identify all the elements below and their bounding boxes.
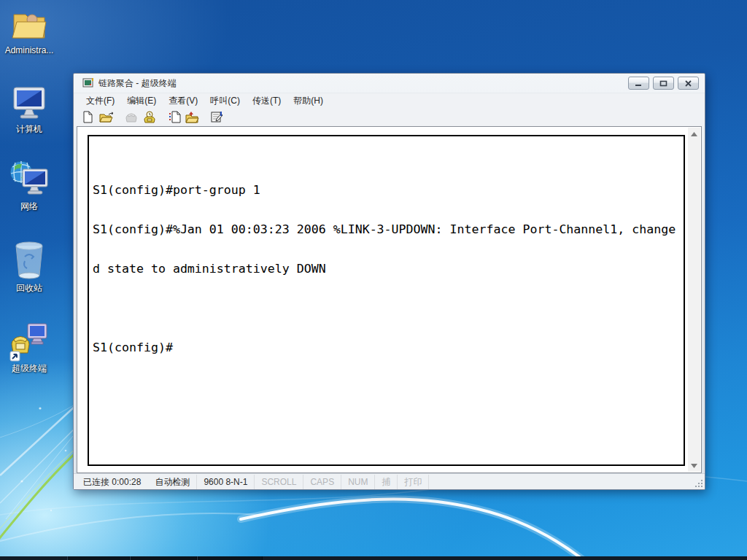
terminal-line: d state to administratively DOWN (93, 262, 681, 276)
desktop-icon-label: 回收站 (2, 283, 56, 293)
properties-icon (210, 111, 223, 123)
terminal-line (93, 302, 681, 315)
scroll-down-icon (691, 464, 697, 468)
minimize-icon (635, 80, 643, 87)
scroll-up-button[interactable] (688, 128, 700, 140)
menu-file[interactable]: 文件(F) (81, 93, 120, 109)
status-connected: 已连接 0:00:28 (77, 475, 148, 489)
terminal-output: S1(config)#port-group 1 S1(config)#%Jan … (89, 136, 684, 384)
menu-help[interactable]: 帮助(H) (288, 93, 328, 109)
menu-transfer[interactable]: 传送(T) (247, 93, 286, 109)
terminal-line: S1(config)#%Jan 01 00:03:23 2006 %LINK-3… (93, 223, 681, 236)
send-file-icon (169, 111, 181, 123)
desktop-icon-label: 超级终端 (2, 363, 56, 373)
open-connection-button[interactable] (98, 111, 115, 124)
status-print: 打印 (398, 475, 429, 489)
properties-button[interactable] (209, 110, 224, 124)
hyperterminal-window-icon[interactable] (82, 78, 94, 89)
close-icon (684, 80, 692, 87)
desktop-icon-label: 网络 (2, 201, 56, 211)
status-capture: 捕 (375, 475, 398, 489)
desktop-icon-computer[interactable]: 计算机 (2, 82, 56, 134)
network-icon (8, 158, 50, 200)
minimize-button[interactable] (628, 77, 649, 90)
resize-grip[interactable] (694, 478, 703, 488)
desktop: Administra... 计算机 网络 (0, 0, 747, 560)
window-title: 链路聚合 - 超级终端 (98, 77, 628, 90)
desktop-icon-recycle-bin[interactable]: 回收站 (2, 239, 56, 293)
maximize-button[interactable] (653, 77, 674, 90)
terminal-client-area: S1(config)#port-group 1 S1(config)#%Jan … (77, 126, 702, 473)
disconnect-icon (143, 111, 156, 123)
status-bar: 已连接 0:00:28 自动检测 9600 8-N-1 SCROLL CAPS … (74, 473, 705, 489)
open-folder-icon (99, 112, 114, 123)
status-caps: CAPS (303, 475, 341, 489)
terminal-screen[interactable]: S1(config)#port-group 1 S1(config)#%Jan … (88, 135, 685, 466)
status-baud: 9600 8-N-1 (197, 475, 255, 489)
user-folder-icon (9, 4, 49, 44)
desktop-icon-label: 计算机 (2, 124, 56, 134)
toolbar (74, 108, 705, 126)
receive-button[interactable] (184, 110, 200, 124)
title-bar[interactable]: 链路聚合 - 超级终端 (74, 74, 705, 93)
menu-view[interactable]: 查看(V) (163, 93, 203, 109)
status-autodetect: 自动检测 (148, 475, 197, 489)
status-num: NUM (341, 475, 375, 489)
receive-file-icon (185, 111, 199, 123)
send-button[interactable] (168, 110, 182, 124)
taskbar-segment (197, 556, 263, 560)
desktop-icon-hyperterminal[interactable]: 超级终端 (2, 319, 56, 373)
recycle-bin-icon (10, 239, 48, 281)
disconnect-button[interactable] (142, 110, 157, 124)
status-scroll: SCROLL (255, 475, 303, 489)
close-button[interactable] (678, 77, 699, 90)
hyperterminal-icon (9, 319, 50, 362)
maximize-icon (659, 80, 667, 87)
menu-bar: 文件(F) 编辑(E) 查看(V) 呼叫(C) 传送(T) 帮助(H) (74, 93, 705, 108)
terminal-line: S1(config)#port-group 1 (93, 184, 681, 197)
desktop-icon-network[interactable]: 网络 (2, 158, 56, 211)
new-connection-button[interactable] (81, 110, 94, 124)
taskbar-segment (67, 556, 130, 560)
desktop-icon-administrator[interactable]: Administra... (2, 4, 56, 55)
taskbar-edge[interactable] (0, 556, 747, 560)
new-file-icon (82, 111, 93, 123)
scroll-down-button[interactable] (688, 459, 700, 472)
window-controls (628, 77, 699, 90)
taskbar-segment (130, 556, 197, 560)
desktop-icon-label: Administra... (2, 45, 56, 55)
call-button[interactable] (124, 112, 139, 123)
scroll-up-icon (691, 132, 697, 136)
computer-icon (9, 82, 50, 122)
call-icon (125, 112, 138, 122)
vertical-scrollbar[interactable] (688, 128, 700, 472)
terminal-line: S1(config)# (93, 341, 681, 354)
menu-edit[interactable]: 编辑(E) (122, 93, 161, 109)
menu-call[interactable]: 呼叫(C) (205, 93, 245, 109)
hyperterminal-window: 链路聚合 - 超级终端 文件(F) 编辑(E) 查看(V) 呼叫(C) 传送(T… (73, 73, 705, 490)
